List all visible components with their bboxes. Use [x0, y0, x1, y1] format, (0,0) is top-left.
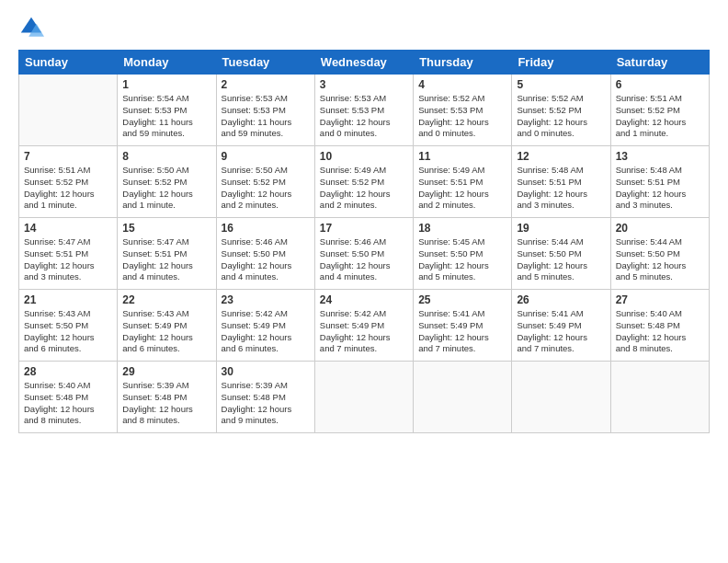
calendar-cell: 26Sunrise: 5:41 AM Sunset: 5:49 PM Dayli…: [512, 290, 610, 362]
cell-info: Sunrise: 5:40 AM Sunset: 5:48 PM Dayligh…: [24, 380, 112, 427]
calendar-cell: 28Sunrise: 5:40 AM Sunset: 5:48 PM Dayli…: [19, 362, 118, 433]
day-number: 12: [517, 150, 605, 163]
calendar-week-row: 28Sunrise: 5:40 AM Sunset: 5:48 PM Dayli…: [19, 362, 710, 433]
cell-info: Sunrise: 5:48 AM Sunset: 5:51 PM Dayligh…: [517, 165, 605, 212]
day-number: 1: [122, 78, 210, 91]
calendar-cell: 21Sunrise: 5:43 AM Sunset: 5:50 PM Dayli…: [19, 290, 118, 362]
calendar-cell: 24Sunrise: 5:42 AM Sunset: 5:49 PM Dayli…: [314, 290, 413, 362]
calendar-cell: 7Sunrise: 5:51 AM Sunset: 5:52 PM Daylig…: [19, 146, 118, 218]
calendar-cell: [512, 362, 610, 433]
day-number: 11: [418, 150, 506, 163]
calendar-cell: [19, 75, 118, 146]
day-number: 21: [24, 293, 112, 306]
day-number: 4: [418, 78, 506, 91]
cell-info: Sunrise: 5:49 AM Sunset: 5:52 PM Dayligh…: [320, 165, 408, 212]
calendar-cell: 22Sunrise: 5:43 AM Sunset: 5:49 PM Dayli…: [118, 290, 216, 362]
calendar-cell: [610, 362, 709, 433]
cell-info: Sunrise: 5:50 AM Sunset: 5:52 PM Dayligh…: [122, 165, 210, 212]
cell-info: Sunrise: 5:39 AM Sunset: 5:48 PM Dayligh…: [222, 380, 310, 427]
day-number: 16: [222, 222, 310, 235]
day-number: 3: [320, 78, 408, 91]
day-number: 13: [616, 150, 704, 163]
calendar-header-row: SundayMondayTuesdayWednesdayThursdayFrid…: [19, 51, 710, 75]
calendar-cell: 11Sunrise: 5:49 AM Sunset: 5:51 PM Dayli…: [414, 146, 512, 218]
calendar-body: 1Sunrise: 5:54 AM Sunset: 5:53 PM Daylig…: [19, 75, 710, 433]
calendar-cell: 27Sunrise: 5:40 AM Sunset: 5:48 PM Dayli…: [610, 290, 709, 362]
calendar-cell: 10Sunrise: 5:49 AM Sunset: 5:52 PM Dayli…: [314, 146, 413, 218]
day-number: 20: [616, 222, 704, 235]
logo: [18, 15, 48, 40]
calendar-cell: 30Sunrise: 5:39 AM Sunset: 5:48 PM Dayli…: [216, 362, 314, 433]
calendar-cell: 18Sunrise: 5:45 AM Sunset: 5:50 PM Dayli…: [414, 218, 512, 290]
day-number: 24: [320, 293, 408, 306]
day-number: 27: [616, 293, 704, 306]
cell-info: Sunrise: 5:50 AM Sunset: 5:52 PM Dayligh…: [222, 165, 310, 212]
cell-info: Sunrise: 5:44 AM Sunset: 5:50 PM Dayligh…: [616, 236, 704, 283]
calendar-cell: 16Sunrise: 5:46 AM Sunset: 5:50 PM Dayli…: [216, 218, 314, 290]
calendar-cell: 8Sunrise: 5:50 AM Sunset: 5:52 PM Daylig…: [118, 146, 216, 218]
day-number: 29: [122, 365, 210, 378]
calendar-week-row: 14Sunrise: 5:47 AM Sunset: 5:51 PM Dayli…: [19, 218, 710, 290]
cell-info: Sunrise: 5:44 AM Sunset: 5:50 PM Dayligh…: [517, 236, 605, 283]
calendar-cell: [314, 362, 413, 433]
cell-info: Sunrise: 5:47 AM Sunset: 5:51 PM Dayligh…: [122, 236, 210, 283]
calendar-cell: 14Sunrise: 5:47 AM Sunset: 5:51 PM Dayli…: [19, 218, 118, 290]
cell-info: Sunrise: 5:53 AM Sunset: 5:53 PM Dayligh…: [320, 93, 408, 140]
cell-info: Sunrise: 5:39 AM Sunset: 5:48 PM Dayligh…: [122, 380, 210, 427]
calendar-cell: 4Sunrise: 5:52 AM Sunset: 5:53 PM Daylig…: [414, 75, 512, 146]
calendar-week-row: 7Sunrise: 5:51 AM Sunset: 5:52 PM Daylig…: [19, 146, 710, 218]
calendar-cell: 15Sunrise: 5:47 AM Sunset: 5:51 PM Dayli…: [118, 218, 216, 290]
cell-info: Sunrise: 5:46 AM Sunset: 5:50 PM Dayligh…: [320, 236, 408, 283]
calendar-week-row: 21Sunrise: 5:43 AM Sunset: 5:50 PM Dayli…: [19, 290, 710, 362]
calendar-cell: 5Sunrise: 5:52 AM Sunset: 5:52 PM Daylig…: [512, 75, 610, 146]
weekday-header: Friday: [512, 51, 610, 75]
weekday-header: Thursday: [414, 51, 512, 75]
calendar-cell: 2Sunrise: 5:53 AM Sunset: 5:53 PM Daylig…: [216, 75, 314, 146]
calendar-cell: [414, 362, 512, 433]
calendar-cell: 9Sunrise: 5:50 AM Sunset: 5:52 PM Daylig…: [216, 146, 314, 218]
day-number: 22: [122, 293, 210, 306]
weekday-header: Saturday: [610, 51, 709, 75]
day-number: 10: [320, 150, 408, 163]
day-number: 6: [616, 78, 704, 91]
day-number: 5: [517, 78, 605, 91]
calendar-table: SundayMondayTuesdayWednesdayThursdayFrid…: [18, 50, 710, 433]
cell-info: Sunrise: 5:46 AM Sunset: 5:50 PM Dayligh…: [222, 236, 310, 283]
day-number: 28: [24, 365, 112, 378]
header: [18, 15, 710, 40]
calendar-cell: 25Sunrise: 5:41 AM Sunset: 5:49 PM Dayli…: [414, 290, 512, 362]
cell-info: Sunrise: 5:49 AM Sunset: 5:51 PM Dayligh…: [418, 165, 506, 212]
cell-info: Sunrise: 5:51 AM Sunset: 5:52 PM Dayligh…: [616, 93, 704, 140]
calendar-cell: 19Sunrise: 5:44 AM Sunset: 5:50 PM Dayli…: [512, 218, 610, 290]
day-number: 9: [222, 150, 310, 163]
weekday-header: Wednesday: [314, 51, 413, 75]
cell-info: Sunrise: 5:51 AM Sunset: 5:52 PM Dayligh…: [24, 165, 112, 212]
cell-info: Sunrise: 5:52 AM Sunset: 5:53 PM Dayligh…: [418, 93, 506, 140]
day-number: 23: [222, 293, 310, 306]
calendar-cell: 29Sunrise: 5:39 AM Sunset: 5:48 PM Dayli…: [118, 362, 216, 433]
day-number: 18: [418, 222, 506, 235]
day-number: 19: [517, 222, 605, 235]
weekday-header: Tuesday: [216, 51, 314, 75]
weekday-header: Monday: [118, 51, 216, 75]
calendar-cell: 20Sunrise: 5:44 AM Sunset: 5:50 PM Dayli…: [610, 218, 709, 290]
calendar-cell: 6Sunrise: 5:51 AM Sunset: 5:52 PM Daylig…: [610, 75, 709, 146]
day-number: 2: [222, 78, 310, 91]
cell-info: Sunrise: 5:42 AM Sunset: 5:49 PM Dayligh…: [222, 308, 310, 355]
calendar-cell: 23Sunrise: 5:42 AM Sunset: 5:49 PM Dayli…: [216, 290, 314, 362]
cell-info: Sunrise: 5:54 AM Sunset: 5:53 PM Dayligh…: [122, 93, 210, 140]
calendar-cell: 12Sunrise: 5:48 AM Sunset: 5:51 PM Dayli…: [512, 146, 610, 218]
cell-info: Sunrise: 5:47 AM Sunset: 5:51 PM Dayligh…: [24, 236, 112, 283]
day-number: 26: [517, 293, 605, 306]
day-number: 8: [122, 150, 210, 163]
day-number: 7: [24, 150, 112, 163]
day-number: 30: [222, 365, 310, 378]
cell-info: Sunrise: 5:43 AM Sunset: 5:50 PM Dayligh…: [24, 308, 112, 355]
day-number: 14: [24, 222, 112, 235]
page: SundayMondayTuesdayWednesdayThursdayFrid…: [0, 0, 728, 563]
calendar-cell: 3Sunrise: 5:53 AM Sunset: 5:53 PM Daylig…: [314, 75, 413, 146]
day-number: 15: [122, 222, 210, 235]
cell-info: Sunrise: 5:52 AM Sunset: 5:52 PM Dayligh…: [517, 93, 605, 140]
cell-info: Sunrise: 5:42 AM Sunset: 5:49 PM Dayligh…: [320, 308, 408, 355]
calendar-cell: 17Sunrise: 5:46 AM Sunset: 5:50 PM Dayli…: [314, 218, 413, 290]
